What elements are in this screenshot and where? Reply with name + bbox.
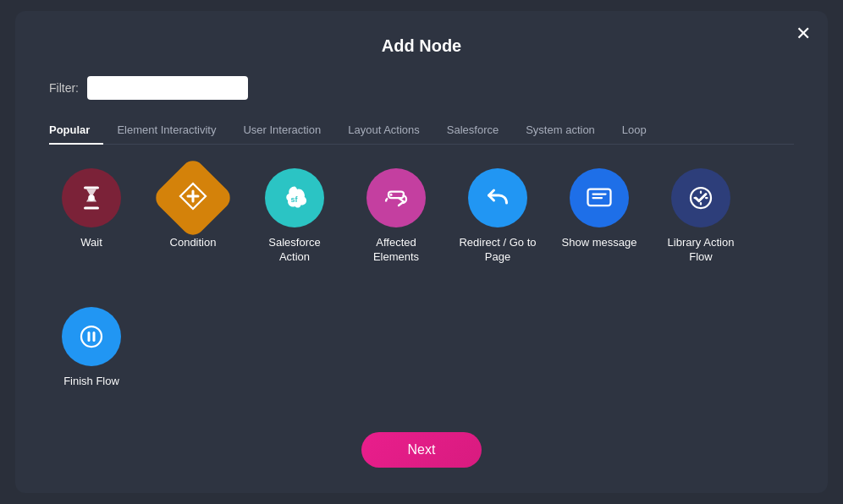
show-message-label: Show message [562,236,637,250]
svg-rect-11 [93,331,96,342]
affected-elements-label: Affected Elements [354,236,438,265]
close-button[interactable]: ✕ [796,25,811,43]
svg-text:sf: sf [291,195,299,204]
modal-title: Add Node [49,36,794,56]
tab-layout-actions[interactable]: Layout Actions [334,117,433,145]
condition-label: Condition [170,236,217,250]
add-node-modal: ✕ Add Node Filter: Popular Element Inter… [15,11,828,493]
svg-rect-1 [84,207,99,210]
show-message-icon [570,168,629,227]
node-library-action-flow[interactable]: Library Action Flow [658,168,743,265]
node-affected-elements[interactable]: Affected Elements [354,168,438,265]
redirect-icon [468,168,527,227]
tab-loop[interactable]: Loop [609,117,660,145]
node-salesforce-action[interactable]: sf Salesforce Action [252,168,337,265]
wait-label: Wait [80,236,102,250]
salesforce-action-label: Salesforce Action [252,236,337,265]
next-button[interactable]: Next [361,432,482,468]
svg-point-4 [390,194,393,196]
finish-flow-label: Finish Flow [63,375,119,389]
library-action-flow-label: Library Action Flow [658,236,743,265]
filter-input[interactable] [87,76,248,100]
modal-overlay: ✕ Add Node Filter: Popular Element Inter… [0,0,843,504]
wait-icon [62,168,121,227]
svg-rect-10 [88,331,91,342]
svg-point-9 [81,326,102,347]
tabs-bar: Popular Element Interactivity User Inter… [49,117,794,145]
library-action-flow-icon [671,168,730,227]
nodes-grid: Wait Condition [49,168,794,415]
tab-user-interaction[interactable]: User Interaction [229,117,334,145]
salesforce-icon: sf [265,168,324,227]
condition-icon [152,156,235,240]
node-condition[interactable]: Condition [151,168,235,250]
filter-label: Filter: [49,81,79,95]
affected-elements-icon [366,168,426,227]
node-finish-flow[interactable]: Finish Flow [49,307,134,389]
node-redirect[interactable]: Redirect / Go to Page [455,168,540,265]
tab-popular[interactable]: Popular [49,117,103,145]
tab-system-action[interactable]: System action [512,117,609,145]
tab-salesforce[interactable]: Salesforce [433,117,512,145]
node-show-message[interactable]: Show message [557,168,642,250]
svg-rect-0 [84,187,99,189]
tab-element-interactivity[interactable]: Element Interactivity [103,117,229,145]
finish-flow-icon [62,307,121,366]
modal-footer: Next [49,415,794,468]
node-wait[interactable]: Wait [49,168,134,250]
svg-point-2 [88,194,95,201]
redirect-label: Redirect / Go to Page [455,236,540,265]
filter-row: Filter: [49,76,794,100]
